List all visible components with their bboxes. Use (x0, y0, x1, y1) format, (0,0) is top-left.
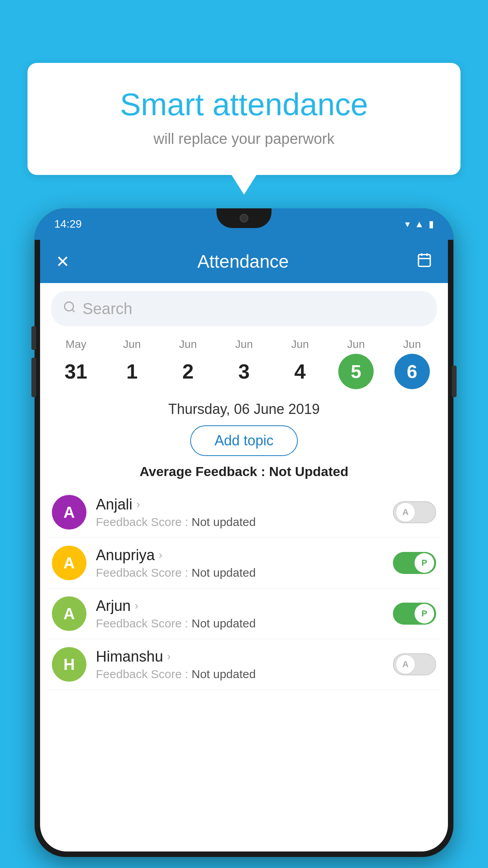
student-name: Arjun › (96, 598, 383, 614)
volume-down-button[interactable] (31, 358, 36, 397)
toggle-letter: P (415, 553, 434, 573)
app-header: ✕ Attendance (40, 240, 448, 283)
feedback-score: Feedback Score : Not updated (96, 566, 383, 579)
student-name: Anjali › (96, 496, 383, 513)
student-list: AAnjali ›Feedback Score : Not updatedAAA… (40, 487, 448, 690)
search-placeholder: Search (83, 300, 132, 318)
calendar-day[interactable]: Jun6 (387, 338, 438, 389)
cal-month-label: Jun (123, 338, 141, 351)
cal-month-label: Jun (179, 338, 197, 351)
phone-notch (216, 208, 272, 228)
calendar-day[interactable]: Jun2 (162, 338, 213, 389)
calendar-day[interactable]: Jun3 (218, 338, 270, 389)
student-item[interactable]: AAnupriya ›Feedback Score : Not updatedP (48, 538, 440, 588)
add-topic-button[interactable]: Add topic (190, 425, 298, 456)
phone-frame: 14:29 ▾ ▲ ▮ ✕ Attendance (35, 208, 453, 857)
chevron-right-icon: › (136, 498, 140, 511)
cal-date-label: 4 (283, 354, 318, 389)
avatar: A (52, 546, 86, 580)
selected-date-label: Thursday, 06 June 2019 (40, 397, 448, 425)
cal-date-label: 2 (170, 354, 205, 389)
calendar-icon[interactable] (416, 252, 432, 271)
camera (240, 214, 248, 223)
feedback-score: Feedback Score : Not updated (96, 515, 383, 529)
cal-month-label: Jun (291, 338, 309, 351)
toggle-letter: A (396, 502, 415, 522)
search-bar[interactable]: Search (51, 291, 437, 326)
toggle-letter: A (396, 655, 415, 674)
cal-month-label: Jun (403, 338, 421, 351)
chevron-right-icon: › (167, 650, 171, 663)
feedback-score: Feedback Score : Not updated (96, 668, 383, 681)
student-info: Anjali ›Feedback Score : Not updated (96, 496, 383, 529)
student-name: Anupriya › (96, 547, 383, 564)
attendance-toggle[interactable]: P (393, 552, 436, 574)
close-button[interactable]: ✕ (56, 252, 70, 271)
page-title: Attendance (70, 251, 416, 272)
calendar-day[interactable]: Jun1 (106, 338, 158, 389)
avg-feedback-label: Average Feedback : (139, 464, 269, 479)
attendance-toggle[interactable]: P (393, 603, 436, 625)
bubble-title: Smart attendance (59, 86, 429, 123)
svg-rect-0 (418, 254, 430, 266)
student-item[interactable]: AArjun ›Feedback Score : Not updatedP (48, 588, 440, 639)
signal-icon: ▲ (415, 219, 424, 230)
student-info: Arjun ›Feedback Score : Not updated (96, 598, 383, 630)
cal-month-label: Jun (235, 338, 253, 351)
cal-date-label: 31 (58, 354, 94, 389)
power-button[interactable] (452, 366, 457, 397)
avatar: H (52, 647, 86, 682)
feedback-score: Feedback Score : Not updated (96, 617, 383, 630)
calendar-day[interactable]: May31 (50, 338, 101, 389)
calendar-day[interactable]: Jun5 (330, 338, 382, 389)
cal-month-label: Jun (347, 338, 365, 351)
bubble-subtitle: will replace your paperwork (59, 131, 429, 147)
speech-bubble-container: Smart attendance will replace your paper… (28, 63, 460, 175)
search-icon (63, 300, 76, 317)
phone-container: 14:29 ▾ ▲ ▮ ✕ Attendance (35, 208, 453, 868)
status-icons: ▾ ▲ ▮ (405, 219, 434, 230)
chevron-right-icon: › (135, 600, 138, 612)
avatar: A (52, 495, 86, 530)
cal-date-label: 5 (338, 354, 374, 389)
cal-date-label: 6 (394, 354, 430, 389)
app-screen: ✕ Attendance (40, 240, 448, 851)
svg-point-4 (64, 302, 73, 311)
volume-up-button[interactable] (31, 326, 36, 350)
attendance-toggle[interactable]: A (393, 501, 436, 523)
cal-date-label: 1 (114, 354, 150, 389)
avg-feedback-value: Not Updated (269, 464, 349, 479)
chevron-right-icon: › (159, 549, 162, 561)
toggle-letter: P (415, 604, 434, 623)
attendance-toggle[interactable]: A (393, 653, 436, 675)
speech-bubble: Smart attendance will replace your paper… (28, 63, 460, 175)
student-name: Himanshu › (96, 648, 383, 665)
average-feedback: Average Feedback : Not Updated (40, 464, 448, 479)
student-item[interactable]: HHimanshu ›Feedback Score : Not updatedA (48, 639, 440, 690)
cal-month-label: May (66, 338, 86, 351)
student-info: Himanshu ›Feedback Score : Not updated (96, 648, 383, 681)
student-item[interactable]: AAnjali ›Feedback Score : Not updatedA (48, 487, 440, 538)
wifi-icon: ▾ (405, 219, 410, 230)
battery-icon: ▮ (429, 219, 434, 230)
calendar-strip: May31Jun1Jun2Jun3Jun4Jun5Jun6 (40, 334, 448, 397)
svg-line-5 (72, 309, 75, 312)
calendar-day[interactable]: Jun4 (275, 338, 326, 389)
avatar: A (52, 596, 86, 631)
cal-date-label: 3 (226, 354, 262, 389)
student-info: Anupriya ›Feedback Score : Not updated (96, 547, 383, 579)
status-time: 14:29 (54, 218, 82, 230)
